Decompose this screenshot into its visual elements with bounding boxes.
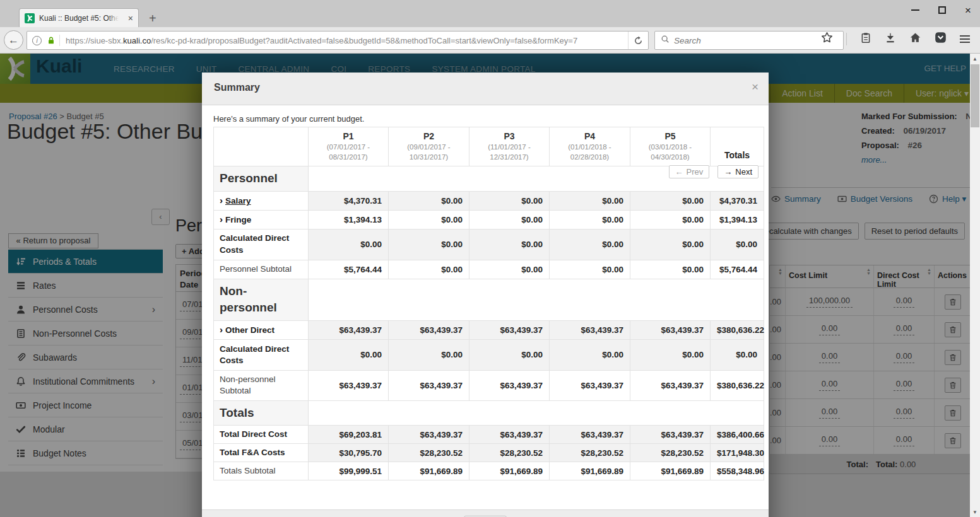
summary-cell: $0.00 — [389, 260, 469, 279]
summary-row-label: Calculated Direct Costs — [214, 339, 309, 370]
summary-cell: $91,669.89 — [550, 462, 630, 480]
summary-cell: $28,230.52 — [469, 444, 550, 462]
https-lock-icon — [47, 36, 56, 45]
summary-row-label[interactable]: ›Salary — [214, 191, 309, 210]
summary-row-label[interactable]: ›Fringe — [214, 210, 309, 229]
modal-body: Here's a summary of your current budget.… — [202, 114, 769, 480]
summary-cell: $28,230.52 — [630, 444, 711, 462]
period-column-header: P3(11/01/2017 - 12/31/2017) — [469, 127, 550, 166]
summary-cell: $30,795.70 — [309, 444, 389, 462]
url-bar[interactable]: i https://siue-sbx.kuali.co/res/kc-pd-kr… — [27, 31, 649, 50]
scrollbar-up-icon[interactable]: ▲ — [970, 54, 980, 64]
summary-cell: $380,636.22 — [711, 320, 764, 339]
window-minimize-icon[interactable] — [911, 9, 919, 11]
toolbar-divider — [846, 33, 847, 45]
window-maximize-icon[interactable] — [938, 6, 946, 14]
tab-close-icon[interactable]: × — [128, 14, 133, 23]
summary-cell: $0.00 — [630, 229, 711, 260]
summary-data-row: Personnel Subtotal$5,764.44$0.00$0.00$0.… — [214, 260, 764, 279]
summary-cell: $0.00 — [550, 210, 630, 229]
next-periods-button[interactable]: →Next — [717, 165, 759, 178]
summary-cell: $0.00 — [630, 210, 711, 229]
page-scrollbar[interactable]: ▲ ▼ — [970, 54, 980, 517]
summary-row-label[interactable]: ›Other Direct — [214, 320, 309, 339]
summary-cell: $63,439.37 — [469, 370, 550, 400]
summary-cell: $386,400.66 — [711, 426, 764, 444]
pocket-icon[interactable] — [935, 32, 947, 46]
summary-cell: $0.00 — [550, 339, 630, 370]
summary-cell: $63,439.37 — [469, 320, 550, 339]
scrollbar-down-icon[interactable]: ▼ — [970, 507, 980, 517]
summary-cell: $5,764.44 — [711, 260, 764, 279]
period-date-range: (01/01/2018 - 02/28/2018) — [550, 142, 630, 162]
summary-cell: $0.00 — [550, 229, 630, 260]
summary-cell: $0.00 — [711, 229, 764, 260]
summary-cell: $63,439.37 — [389, 426, 469, 444]
summary-cell: $63,439.37 — [630, 320, 711, 339]
summary-cell: $5,764.44 — [309, 260, 389, 279]
summary-data-row: Totals Subtotal$99,999.51$91,669.89$91,6… — [214, 462, 764, 480]
modal-close-icon[interactable]: × — [752, 80, 759, 94]
summary-cell: $0.00 — [550, 191, 630, 210]
period-date-range: (09/01/2017 - 10/31/2017) — [389, 142, 469, 162]
summary-cell: $69,203.81 — [309, 426, 389, 444]
summary-cell: $0.00 — [711, 339, 764, 370]
new-tab-button[interactable]: + — [149, 11, 156, 26]
summary-cell: $1,394.13 — [309, 210, 389, 229]
window-close-icon[interactable]: × — [965, 5, 971, 16]
url-divider — [59, 35, 60, 46]
summary-cell: $28,230.52 — [389, 444, 469, 462]
summary-cell: $0.00 — [469, 229, 550, 260]
summary-cell: $0.00 — [469, 260, 550, 279]
summary-cell: $1,394.13 — [711, 210, 764, 229]
summary-header-row: P1(07/01/2017 - 08/31/2017)P2(09/01/2017… — [214, 127, 764, 166]
home-icon[interactable] — [909, 32, 921, 46]
url-text: https://siue-sbx.kuali.co/res/kc-pd-krad… — [66, 36, 628, 45]
row-link-label[interactable]: Fringe — [225, 215, 251, 224]
period-column-header: P2(09/01/2017 - 10/31/2017) — [389, 127, 469, 166]
summary-data-row: ›Fringe$1,394.13$0.00$0.00$0.00$0.00$1,3… — [214, 210, 764, 229]
back-button[interactable]: ← — [4, 30, 23, 50]
reading-list-icon[interactable] — [860, 32, 871, 46]
summary-cell: $558,348.96 — [711, 462, 764, 480]
summary-cell: $63,439.37 — [630, 370, 711, 400]
downloads-icon[interactable] — [885, 32, 896, 46]
summary-corner-cell — [214, 127, 309, 166]
summary-cell: $63,439.37 — [309, 320, 389, 339]
period-column-header: P5(03/01/2018 - 04/30/2018) — [630, 127, 711, 166]
summary-data-row: ›Salary$4,370.31$0.00$0.00$0.00$0.00$4,3… — [214, 191, 764, 210]
summary-cell: $0.00 — [469, 210, 550, 229]
summary-data-row: Non-personnel Subtotal$63,439.37$63,439.… — [214, 370, 764, 400]
expand-chevron-icon: › — [220, 214, 223, 224]
prev-arrow-icon: ← — [675, 167, 683, 177]
row-link-label[interactable]: Salary — [225, 196, 251, 206]
summary-cell: $91,669.89 — [630, 462, 711, 480]
summary-cell: $0.00 — [389, 191, 469, 210]
period-code: P2 — [389, 131, 469, 141]
search-icon — [661, 35, 670, 46]
row-link-label[interactable]: Other Direct — [225, 325, 275, 335]
prev-periods-button[interactable]: ←Prev — [669, 165, 710, 178]
menu-icon[interactable] — [960, 35, 970, 43]
browser-tab[interactable]: Kuali :: Budget #5: Other Bud × — [19, 8, 139, 27]
tab-title: Kuali :: Budget #5: Other Bud — [39, 14, 119, 23]
search-bar[interactable]: Search — [654, 31, 844, 50]
summary-cell: $0.00 — [389, 339, 469, 370]
summary-cell: $63,439.37 — [550, 426, 630, 444]
reload-button[interactable] — [628, 32, 648, 49]
summary-cell: $4,370.31 — [711, 191, 764, 210]
summary-modal: Summary × Here's a summary of your curre… — [202, 73, 769, 517]
summary-cell: $63,439.37 — [309, 370, 389, 400]
summary-cell: $63,439.37 — [630, 426, 711, 444]
summary-cell: $4,370.31 — [309, 191, 389, 210]
summary-cell: $63,439.37 — [389, 370, 469, 400]
expand-chevron-icon: › — [220, 324, 223, 335]
summary-cell: $380,636.22 — [711, 370, 764, 400]
bookmark-star-icon[interactable] — [821, 32, 833, 46]
summary-cell: $91,669.89 — [389, 462, 469, 480]
summary-cell: $0.00 — [389, 210, 469, 229]
page-info-icon[interactable]: i — [32, 36, 42, 45]
expand-chevron-icon: › — [220, 195, 223, 206]
modal-footer: Close — [202, 509, 769, 517]
scrollbar-thumb[interactable] — [971, 64, 979, 127]
